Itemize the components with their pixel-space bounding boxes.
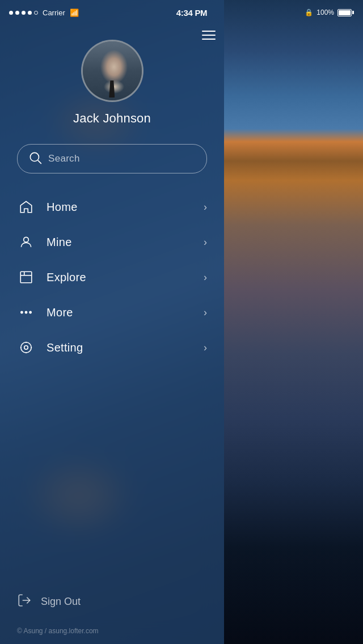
hamburger-line-1 bbox=[202, 31, 216, 32]
avatar bbox=[81, 40, 143, 102]
nav-item-home[interactable]: Home › bbox=[0, 189, 224, 224]
more-icon-svg bbox=[19, 305, 33, 320]
avatar-image bbox=[83, 41, 142, 100]
battery-percentage: 100% bbox=[316, 9, 334, 16]
status-time: 4:34 PM bbox=[176, 8, 208, 18]
home-chevron: › bbox=[204, 201, 207, 213]
search-placeholder: Search bbox=[48, 153, 80, 164]
more-chevron: › bbox=[204, 307, 207, 319]
setting-label: Setting bbox=[47, 341, 204, 354]
svg-line-1 bbox=[38, 160, 41, 164]
signal-dot-1 bbox=[9, 11, 13, 15]
sign-out-icon bbox=[17, 593, 32, 610]
mine-chevron: › bbox=[204, 236, 207, 248]
hamburger-menu-button[interactable] bbox=[196, 25, 221, 45]
nav-item-explore[interactable]: Explore › bbox=[0, 260, 224, 295]
svg-point-8 bbox=[29, 311, 31, 313]
setting-icon bbox=[17, 340, 35, 355]
mine-icon-svg bbox=[19, 235, 33, 249]
battery-tip bbox=[352, 11, 354, 14]
signal-dot-5 bbox=[34, 11, 38, 15]
home-icon bbox=[17, 200, 35, 214]
svg-point-7 bbox=[25, 311, 27, 313]
signal-dot-4 bbox=[28, 11, 32, 15]
status-bar: Carrier 📶 4:34 PM 🔒 100% bbox=[0, 0, 363, 25]
sign-out-label: Sign Out bbox=[41, 596, 81, 608]
nav-item-setting[interactable]: Setting › bbox=[0, 330, 224, 365]
status-left: Carrier 📶 bbox=[9, 9, 79, 17]
explore-label: Explore bbox=[47, 271, 204, 284]
signal-dot-2 bbox=[15, 11, 19, 15]
svg-rect-3 bbox=[20, 272, 32, 283]
explore-icon bbox=[17, 270, 35, 285]
sidebar: Jack Johnson Search Home › bbox=[0, 0, 224, 644]
mountain-scene bbox=[224, 0, 363, 644]
svg-point-10 bbox=[21, 342, 31, 353]
wifi-icon: 📶 bbox=[70, 9, 79, 17]
more-label: More bbox=[47, 306, 204, 319]
mine-label: Mine bbox=[47, 236, 204, 249]
setting-icon-svg bbox=[19, 340, 33, 355]
sign-out-icon-svg bbox=[17, 593, 32, 608]
sign-out-button[interactable]: Sign Out bbox=[0, 582, 224, 627]
battery-body bbox=[337, 9, 352, 16]
search-bar[interactable]: Search bbox=[17, 144, 207, 173]
home-label: Home bbox=[47, 201, 204, 214]
photo-panel bbox=[224, 0, 363, 644]
carrier-label: Carrier bbox=[43, 9, 65, 17]
explore-chevron: › bbox=[204, 272, 207, 283]
svg-point-2 bbox=[24, 237, 29, 242]
mine-icon bbox=[17, 235, 35, 249]
copyright: © Asung / asung.lofter.com bbox=[0, 627, 224, 644]
signal-dot-3 bbox=[22, 11, 26, 15]
explore-icon-svg bbox=[19, 270, 33, 285]
signal-dots bbox=[9, 11, 38, 15]
nav-item-more[interactable]: More › bbox=[0, 295, 224, 330]
status-right: 🔒 100% bbox=[305, 9, 354, 16]
setting-chevron: › bbox=[204, 342, 207, 354]
svg-point-6 bbox=[21, 311, 23, 313]
battery-fill bbox=[339, 10, 351, 15]
search-icon-svg bbox=[28, 150, 43, 165]
svg-point-9 bbox=[24, 346, 28, 350]
svg-point-0 bbox=[30, 152, 39, 161]
copyright-text: © Asung / asung.lofter.com bbox=[17, 627, 99, 635]
search-icon bbox=[28, 150, 43, 167]
nav-list: Home › Mine › Explore bbox=[0, 189, 224, 582]
battery-icon bbox=[337, 9, 354, 16]
hamburger-line-2 bbox=[202, 35, 216, 36]
hamburger-line-3 bbox=[202, 39, 216, 40]
more-icon bbox=[17, 305, 35, 320]
home-icon-svg bbox=[19, 200, 33, 214]
user-name: Jack Johnson bbox=[73, 111, 151, 126]
nav-item-mine[interactable]: Mine › bbox=[0, 224, 224, 260]
lock-icon: 🔒 bbox=[305, 9, 313, 16]
